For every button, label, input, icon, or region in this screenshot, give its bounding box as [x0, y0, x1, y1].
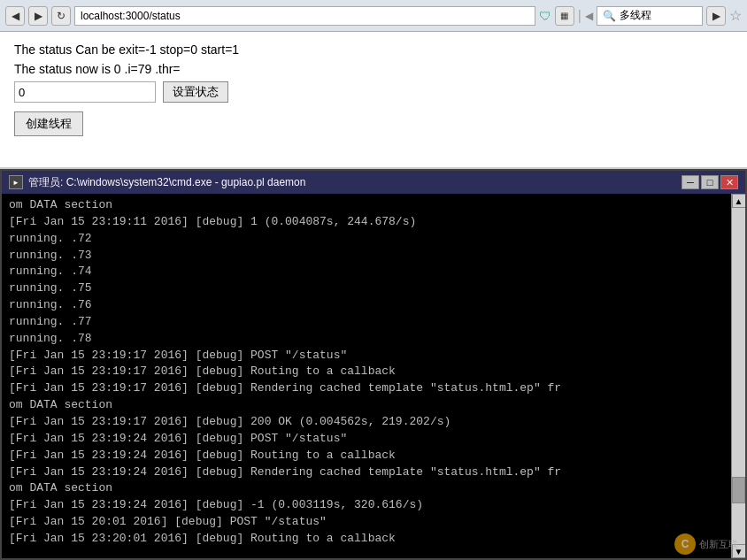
- cmd-app-icon: ►: [9, 175, 23, 189]
- cmd-line: [Fri Jan 15 23:19:17 2016] [debug] 200 O…: [9, 414, 724, 431]
- cmd-line: [Fri Jan 15 23:19:17 2016] [debug] Rende…: [9, 380, 724, 397]
- cmd-line: running. .76: [9, 297, 724, 314]
- cmd-line: [Fri Jan 15 23:19:17 2016] [debug] POST …: [9, 348, 724, 364]
- status-text-2: The status now is 0 .i=79 .thr=: [14, 62, 181, 76]
- cmd-icon-symbol: ►: [12, 179, 19, 187]
- watermark-logo-text: C: [682, 538, 689, 550]
- cmd-line: om DATA section: [9, 197, 724, 214]
- cmd-line: [Fri Jan 15 23:19:17 2016] [debug] Routi…: [9, 364, 724, 380]
- back-arrow-icon: ◀: [585, 10, 593, 22]
- search-icon: 🔍: [603, 10, 616, 22]
- cmd-line: running. .72: [9, 231, 724, 248]
- cmd-line: running. .78: [9, 331, 724, 348]
- menu-icon[interactable]: ▦: [555, 6, 574, 26]
- cmd-line: [Fri Jan 15 23:19:24 2016] [debug] Routi…: [9, 448, 724, 464]
- cmd-line: [Fri Jan 15 23:19:24 2016] [debug] -1 (0…: [9, 497, 724, 514]
- cmd-titlebar: ► 管理员: C:\windows\system32\cmd.exe - gup…: [2, 171, 745, 194]
- navigate-button[interactable]: ▶: [706, 6, 726, 26]
- cmd-line: [Fri Jan 15 23:19:24 2016] [debug] POST …: [9, 431, 724, 448]
- watermark: C 创新互联: [674, 533, 738, 555]
- address-bar[interactable]: localhost:3000/status: [74, 6, 535, 26]
- watermark-logo: C: [674, 533, 696, 555]
- status-text-1: The status Can be exit=-1 stop=0 start=1: [14, 42, 239, 57]
- cmd-line: running. .75: [9, 280, 724, 297]
- bookmark-star-icon[interactable]: ☆: [729, 7, 742, 24]
- status-line-1: The status Can be exit=-1 stop=0 start=1: [14, 42, 733, 57]
- cmd-line: om DATA section: [9, 397, 724, 414]
- url-text: localhost:3000/status: [81, 10, 181, 22]
- cmd-line: om DATA section: [9, 480, 724, 497]
- cmd-line: [Fri Jan 15 23:19:11 2016] [debug] 1 (0.…: [9, 214, 724, 231]
- cmd-minimize-button[interactable]: ─: [682, 175, 699, 189]
- separator: |: [578, 8, 581, 24]
- cmd-scrollbar[interactable]: ▲ ▼: [731, 194, 745, 558]
- cmd-line: running. .74: [9, 264, 724, 280]
- create-thread-row: 创建线程: [14, 111, 733, 136]
- watermark-brand-text: 创新互联: [699, 538, 738, 551]
- cmd-output: om DATA section[Fri Jan 15 23:19:11 2016…: [2, 194, 731, 558]
- create-thread-button[interactable]: 创建线程: [14, 111, 83, 136]
- cmd-window: ► 管理员: C:\windows\system32\cmd.exe - gup…: [0, 169, 747, 560]
- scroll-up-arrow[interactable]: ▲: [732, 194, 746, 208]
- cmd-title-text: 管理员: C:\windows\system32\cmd.exe - gupia…: [28, 175, 676, 190]
- refresh-button[interactable]: ↻: [51, 6, 71, 26]
- search-bar[interactable]: 🔍 多线程: [597, 6, 703, 26]
- cmd-line: [Fri Jan 15 20:01 2016] [debug] POST "/s…: [9, 514, 724, 531]
- cmd-line: running. .77: [9, 314, 724, 331]
- status-input[interactable]: [14, 81, 156, 103]
- status-line-2: The status now is 0 .i=79 .thr=: [14, 62, 733, 76]
- cmd-body: om DATA section[Fri Jan 15 23:19:11 2016…: [2, 194, 745, 558]
- status-input-row: 设置状态: [14, 81, 733, 103]
- shield-icon: 🛡: [539, 9, 551, 23]
- forward-button[interactable]: ▶: [28, 6, 48, 26]
- cmd-line: [Fri Jan 15 23:20:01 2016] [debug] Routi…: [9, 531, 724, 548]
- search-text: 多线程: [620, 8, 651, 23]
- scroll-track[interactable]: [732, 208, 745, 544]
- browser-toolbar: ◀ ▶ ↻ localhost:3000/status 🛡 ▦ | ◀ 🔍 多线…: [0, 0, 747, 32]
- scroll-thumb[interactable]: [732, 477, 745, 503]
- cmd-window-controls: ─ □ ✕: [682, 175, 738, 189]
- web-page-content: The status Can be exit=-1 stop=0 start=1…: [0, 32, 747, 169]
- cmd-line: [Fri Jan 15 23:19:24 2016] [debug] Rende…: [9, 464, 724, 481]
- back-button[interactable]: ◀: [5, 6, 25, 26]
- cmd-restore-button[interactable]: □: [701, 175, 719, 189]
- cmd-close-button[interactable]: ✕: [720, 175, 738, 189]
- set-status-button[interactable]: 设置状态: [163, 81, 228, 103]
- cmd-line: running. .73: [9, 248, 724, 265]
